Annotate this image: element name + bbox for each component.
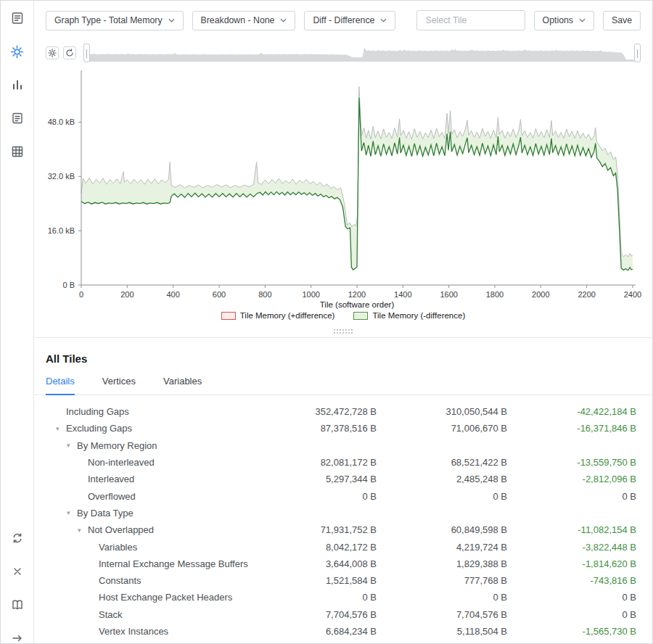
row-diff: 0 B (507, 609, 636, 620)
x-tick-label: 1800 (486, 290, 504, 299)
row-value-2: 0 B (377, 491, 507, 502)
expand-arrow[interactable]: ▾ (67, 442, 77, 449)
table-row[interactable]: Constants 1,521,584 B 777,768 B -743,816… (34, 572, 636, 589)
y-tick-label: 32.0 kB (48, 172, 75, 181)
graph-type-label: Graph Type - Total Memory (54, 15, 163, 25)
row-label: Overflowed (88, 491, 253, 502)
minus-difference-swatch (353, 312, 368, 320)
minimap-chart (86, 46, 638, 62)
sidebar-bottom-icons (7, 527, 28, 644)
row-value-1: 82,081,172 B (253, 457, 377, 468)
panel-resize-grip[interactable] (334, 329, 353, 334)
row-value-2: 68,521,422 B (377, 457, 507, 468)
book-icon[interactable] (7, 594, 28, 616)
tab-variables[interactable]: Variables (163, 376, 202, 395)
row-diff: -13,559,750 B (507, 457, 636, 468)
row-label: Vertex Instances (99, 626, 253, 637)
bar-chart-icon[interactable] (7, 74, 28, 96)
table-row[interactable]: ▾ Not Overlapped 71,931,752 B 60,849,598… (34, 521, 636, 538)
diff-dropdown[interactable]: Diff - Difference (304, 11, 395, 30)
tab-vertices[interactable]: Vertices (102, 376, 136, 395)
breakdown-dropdown[interactable]: Breakdown - None (192, 11, 296, 30)
sidebar (1, 1, 34, 643)
options-dropdown[interactable]: Options (534, 11, 594, 30)
section-divider (34, 337, 652, 338)
x-tick-label: 1600 (440, 290, 457, 299)
row-diff: -743,816 B (507, 575, 636, 586)
toolbar: Graph Type - Total Memory Breakdown - No… (34, 1, 652, 40)
row-value-1: 71,931,752 B (253, 524, 377, 535)
range-slider-left-handle[interactable] (83, 44, 90, 62)
table-row[interactable]: Variables 8,042,172 B 4,219,724 B -3,822… (34, 538, 636, 555)
chevron-down-icon (380, 18, 387, 22)
chart-reset-button[interactable] (63, 46, 76, 59)
row-label: Host Exchange Packet Headers (99, 592, 253, 603)
chart-settings-button[interactable] (46, 46, 59, 59)
x-tick-label: 2200 (578, 290, 595, 299)
row-value-2: 4,219,724 B (377, 542, 507, 553)
row-diff: -3,822,448 B (507, 542, 636, 553)
tab-details[interactable]: Details (46, 376, 75, 395)
row-value-2: 60,849,598 B (377, 524, 507, 535)
row-label: Constants (99, 575, 253, 586)
x-tick-label: 2400 (624, 290, 641, 299)
range-slider[interactable] (83, 43, 641, 63)
expand-arrow[interactable]: ▾ (56, 425, 66, 432)
row-value-1: 87,378,516 B (253, 423, 377, 434)
table-row[interactable]: ▾ By Memory Region (34, 437, 636, 454)
row-label: Including Gaps (66, 406, 253, 417)
table-row[interactable]: Vertex Instances 6,684,234 B 5,118,504 B… (34, 623, 636, 640)
sync-icon[interactable] (7, 527, 28, 549)
diff-label: Diff - Difference (313, 15, 374, 25)
expand-arrow[interactable]: ▾ (78, 527, 88, 534)
chevron-down-icon (280, 18, 287, 22)
table-row[interactable]: Including Gaps 352,472,728 B 310,050,544… (34, 403, 636, 420)
row-value-1: 0 B (253, 491, 377, 502)
expand-arrow[interactable]: ▾ (67, 509, 77, 516)
app-window: Graph Type - Total Memory Breakdown - No… (0, 0, 653, 644)
row-diff: -16,371,846 B (507, 423, 636, 434)
row-value-1: 3,644,008 B (253, 558, 377, 569)
range-slider-right-handle[interactable] (634, 44, 641, 62)
table-row[interactable]: Internal Exchange Message Buffers 3,644,… (34, 556, 636, 572)
document-lines-icon[interactable] (7, 7, 28, 29)
table-row[interactable]: Overflowed 0 B 0 B 0 B (34, 487, 636, 504)
row-value-2: 310,050,544 B (377, 406, 507, 417)
row-label: By Data Type (77, 508, 253, 519)
row-label: Interleaved (88, 474, 253, 484)
table-row[interactable]: ▾ By Data Type (34, 505, 636, 521)
row-value-1: 352,472,728 B (253, 406, 377, 417)
row-value-2: 2,485,248 B (377, 474, 507, 484)
chevron-down-icon (168, 18, 175, 22)
row-value-1: 0 B (253, 592, 377, 603)
close-icon[interactable] (7, 561, 28, 582)
row-diff: -1,814,620 B (507, 558, 636, 569)
y-tick-label: 16.0 kB (48, 226, 75, 235)
legend-item-plus-difference: Tile Memory (+difference) (221, 311, 335, 320)
legend-item-minus-difference: Tile Memory (-difference) (353, 311, 465, 320)
row-value-2: 71,006,670 B (377, 423, 507, 434)
table-row[interactable]: Stack 7,704,576 B 7,704,576 B 0 B (34, 606, 636, 623)
table-row[interactable]: Interleaved 5,297,344 B 2,485,248 B -2,8… (34, 471, 636, 487)
table-row[interactable]: Host Exchange Packet Headers 0 B 0 B 0 B (34, 589, 636, 606)
options-label: Options (543, 15, 573, 25)
section-title: All Tiles (46, 352, 652, 365)
table-row[interactable]: Non-interleaved 82,081,172 B 68,521,422 … (34, 454, 636, 471)
y-tick-label: 48.0 kB (48, 117, 75, 126)
row-label: Non-interleaved (88, 457, 253, 468)
memory-chart[interactable]: 0 B16.0 kB32.0 kB48.0 kB0200400600800100… (34, 67, 652, 311)
grid-icon[interactable] (7, 141, 28, 162)
x-tick-label: 800 (258, 290, 271, 299)
y-tick-label: 0 B (62, 281, 75, 289)
save-button[interactable]: Save (603, 11, 641, 30)
table-row[interactable]: ▾ Excluding Gaps 87,378,516 B 71,006,670… (34, 420, 636, 437)
graph-type-dropdown[interactable]: Graph Type - Total Memory (46, 11, 184, 30)
select-tile-input[interactable] (416, 10, 525, 30)
row-value-2: 5,118,504 B (377, 626, 507, 637)
processor-icon[interactable] (7, 41, 28, 62)
x-tick-label: 0 (79, 290, 83, 299)
sidebar-top-icons (7, 7, 28, 162)
row-diff: 0 B (507, 491, 636, 502)
report-icon[interactable] (7, 107, 28, 129)
arrow-right-icon[interactable] (7, 627, 28, 644)
